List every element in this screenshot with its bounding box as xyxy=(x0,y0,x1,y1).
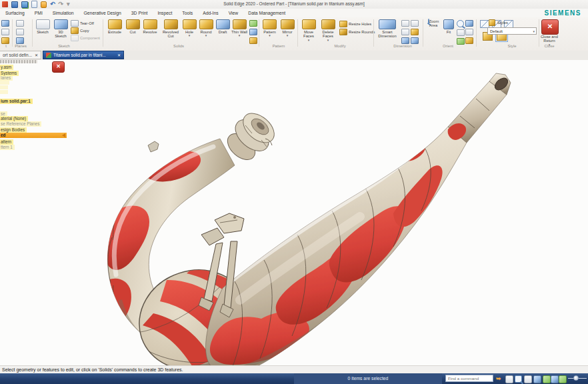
coordinate-dimension-icon[interactable] xyxy=(401,37,409,44)
thin-wall-button[interactable]: Thin Wall ▾ xyxy=(231,19,248,37)
pathfinder-item-selected[interactable]: ed xyxy=(0,133,67,138)
status-message: Select geometry or features to edit, or … xyxy=(2,367,183,372)
distance-between-icon[interactable] xyxy=(401,20,409,27)
pathfinder-stub-row[interactable] xyxy=(0,85,8,89)
title-bar: ↶ ↷ ▾ Solid Edge 2020 - Ordered Part - [… xyxy=(0,0,588,9)
smart-dimension-button[interactable]: Smart Dimension xyxy=(375,19,399,39)
ribbon: t Planes Sketch 3D Sketch Tear-Off Copy … xyxy=(0,17,588,51)
tab-add-ins[interactable]: Add-Ins xyxy=(203,11,218,15)
round-caret-icon: ▾ xyxy=(197,34,215,37)
pathfinder-stub-row[interactable] xyxy=(0,90,8,94)
pathfinder-item-planes[interactable]: lanes xyxy=(0,75,13,81)
helix-icon[interactable] xyxy=(249,20,257,27)
bottom-bar: 0 items are selected ➥ xyxy=(0,373,588,384)
cut-button[interactable]: Cut xyxy=(125,19,140,34)
zoom-tool-icon[interactable] xyxy=(515,375,522,383)
plane-normal-icon[interactable] xyxy=(16,37,24,44)
revolve-button[interactable]: Revolve xyxy=(141,19,159,34)
angle-between-icon[interactable] xyxy=(401,29,409,35)
move-faces-button[interactable]: Move Faces ▾ xyxy=(299,19,318,41)
document-tab-import[interactable]: ort solid defin... ✕ xyxy=(0,51,41,59)
sketch-button[interactable]: Sketch xyxy=(34,19,51,34)
capture-icon[interactable] xyxy=(505,375,513,383)
tear-off-icon xyxy=(71,20,79,27)
normal-cutout-icon[interactable] xyxy=(249,29,257,35)
return-arrow-icon[interactable]: ➥ xyxy=(496,375,503,382)
pathfinder-item-part[interactable]: ium solid.par:1 xyxy=(0,99,33,104)
pathfinder-item-base-reference-planes[interactable]: se Reference Planes xyxy=(0,121,41,127)
delete-faces-button[interactable]: Delete Faces ▾ xyxy=(319,19,337,41)
pan-tool-icon[interactable] xyxy=(543,375,551,383)
add-body-icon[interactable] xyxy=(249,37,257,44)
rotate-tool-icon[interactable] xyxy=(551,375,559,383)
zoom-icon[interactable] xyxy=(457,20,464,27)
draft-button[interactable]: Draft xyxy=(215,19,230,34)
fit-view-icon[interactable] xyxy=(533,375,541,383)
mirror-button[interactable]: Mirror ▾ xyxy=(279,19,295,37)
close-and-return-button[interactable]: ✕ xyxy=(541,19,559,35)
styles-button[interactable]: Styles xyxy=(489,19,508,26)
dimension-table-icon[interactable] xyxy=(411,37,419,44)
tab-inspect[interactable]: Inspect xyxy=(157,11,172,15)
tab-close-icon[interactable]: ✕ xyxy=(117,53,121,57)
plane-angle-icon[interactable] xyxy=(16,29,24,35)
tab-close-icon[interactable]: ✕ xyxy=(35,53,38,57)
resize-rounds-icon xyxy=(339,29,347,35)
viewport-3d[interactable]: y.asm Systems lanes ium solid.par:1 se a… xyxy=(0,60,588,365)
revolved-cut-button[interactable]: Revolved Cut xyxy=(160,19,181,39)
extrude-button[interactable]: Extrude xyxy=(105,19,125,34)
sketch-icon xyxy=(36,19,50,29)
tab-data-management[interactable]: Data Management xyxy=(248,11,285,15)
pathfinder-item-design-bodies[interactable]: esign Bodies xyxy=(0,127,27,133)
group-label-close: Close xyxy=(537,44,561,48)
tear-off-button[interactable]: Tear-Off xyxy=(71,20,94,27)
resize-holes-button[interactable]: Resize Holes xyxy=(339,21,371,27)
select-lasso-icon[interactable] xyxy=(1,37,9,44)
mirror-caret-icon: ▾ xyxy=(279,34,295,37)
tab-generative-design[interactable]: Generative Design xyxy=(84,11,121,15)
pan-icon[interactable] xyxy=(457,29,465,36)
zoom-slider-knob[interactable] xyxy=(573,375,579,381)
pathfinder-stub-row[interactable] xyxy=(0,81,9,85)
tab-label: Titanium solid.par in titani... xyxy=(53,53,106,57)
document-tab-titanium[interactable]: Titanium solid.par in titani... ✕ xyxy=(43,51,124,59)
tab-3d-print[interactable]: 3D Print xyxy=(131,11,148,15)
command-search-input[interactable] xyxy=(445,375,493,382)
status-bar: Select geometry or features to edit, or … xyxy=(0,365,588,373)
style-dropdown[interactable]: Default ▾ xyxy=(487,27,537,35)
fit-button[interactable]: Fit xyxy=(443,19,455,34)
zoom-area-button[interactable]: Zoom Area xyxy=(425,19,442,28)
tab-pmi[interactable]: PMI xyxy=(35,11,43,15)
exhaust-stinger xyxy=(448,73,511,143)
plane-icon[interactable] xyxy=(16,20,24,27)
shaded-view-tool-icon[interactable] xyxy=(559,375,567,383)
select-box-icon[interactable] xyxy=(1,29,9,35)
symmetric-diameter-icon[interactable] xyxy=(411,20,419,27)
common-views-icon[interactable] xyxy=(465,29,473,35)
zoom-area-tool-icon[interactable] xyxy=(524,375,532,383)
rotate-icon[interactable] xyxy=(465,20,473,27)
annotation-icon[interactable] xyxy=(411,29,419,35)
round-button[interactable]: Round ▾ xyxy=(197,19,215,37)
pathfinder-item-assembly[interactable]: y.asm xyxy=(0,65,13,70)
component-button[interactable]: Component xyxy=(71,35,100,41)
tab-simulation[interactable]: Simulation xyxy=(53,11,74,15)
sketch-3d-button[interactable]: 3D Sketch xyxy=(52,19,69,39)
pattern-button[interactable]: Pattern ▾ xyxy=(261,19,279,37)
tab-view[interactable]: View xyxy=(229,11,239,15)
hole-button[interactable]: Hole ▾ xyxy=(182,19,197,37)
copy-button[interactable]: Copy xyxy=(71,27,89,34)
tab-surfacing[interactable]: Surfacing xyxy=(5,11,25,15)
pathfinder-item-pattern[interactable]: attern xyxy=(0,139,13,145)
ribbon-tab-row: Surfacing PMI Simulation Generative Desi… xyxy=(0,9,588,17)
select-icon[interactable] xyxy=(1,20,9,27)
view-overrides-icon[interactable] xyxy=(465,37,473,44)
resize-rounds-button[interactable]: Resize Rounds xyxy=(339,29,375,35)
tab-tools[interactable]: Tools xyxy=(182,11,193,15)
select-tools-column xyxy=(1,20,9,44)
fit-icon xyxy=(443,19,454,29)
dismiss-button[interactable]: ✕ xyxy=(52,61,65,73)
component-icon xyxy=(71,35,79,41)
pathfinder-item-pattern-1[interactable]: ttern 1 xyxy=(0,145,15,150)
pathfinder-item-material[interactable]: aterial (None) xyxy=(0,116,28,121)
